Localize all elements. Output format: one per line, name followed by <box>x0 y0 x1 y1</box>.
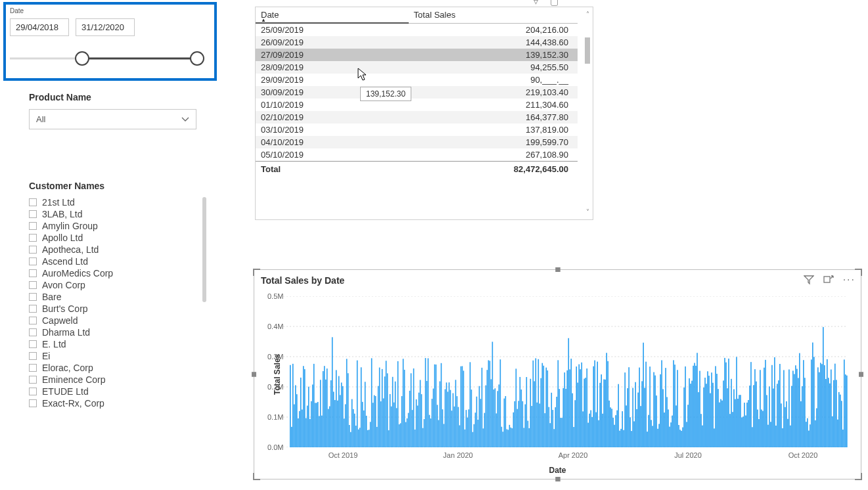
scroll-down-icon[interactable]: ˅ <box>583 208 591 217</box>
customer-item[interactable]: 21st Ltd <box>29 196 206 208</box>
checkbox[interactable] <box>29 328 37 336</box>
xtick-0: Oct 2019 <box>329 451 358 459</box>
table-row[interactable]: 29/09/201990,___.__ <box>256 74 578 86</box>
scroll-thumb[interactable] <box>585 37 590 64</box>
resize-handle-n[interactable] <box>555 267 560 272</box>
scroll-up-icon[interactable]: ˄ <box>583 10 591 19</box>
customer-item[interactable]: Bare <box>29 291 206 303</box>
customer-item[interactable]: E. Ltd <box>29 338 206 350</box>
customer-item[interactable]: Eminence Corp <box>29 374 206 386</box>
table-row[interactable]: 03/10/2019137,819.00 <box>256 123 578 136</box>
product-dropdown[interactable]: All <box>29 109 196 129</box>
focus-mode-icon[interactable]: ▢ <box>550 0 559 7</box>
checkbox[interactable] <box>29 257 37 265</box>
resize-corner-nw[interactable] <box>253 269 261 277</box>
svg-rect-317 <box>697 353 698 447</box>
svg-rect-431 <box>846 376 848 447</box>
checkbox[interactable] <box>29 399 37 407</box>
customer-item[interactable]: Ei <box>29 350 206 362</box>
table-row[interactable]: 01/10/2019211,304.60 <box>256 99 578 111</box>
customer-item[interactable]: Apollo Ltd <box>29 232 206 244</box>
slider-handle-start[interactable] <box>75 51 89 66</box>
svg-rect-124 <box>444 424 445 447</box>
customer-item-label: Ascend Ltd <box>42 256 88 267</box>
customer-item[interactable]: Dharma Ltd <box>29 326 206 338</box>
resize-handle-e[interactable] <box>859 372 863 377</box>
checkbox[interactable] <box>29 293 37 301</box>
svg-rect-13 <box>298 418 299 447</box>
chart-visual[interactable]: Total Sales by Date ··· Total Sales Date… <box>254 269 861 479</box>
focus-mode-icon[interactable] <box>823 275 834 285</box>
svg-rect-68 <box>370 422 371 447</box>
checkbox[interactable] <box>29 246 37 254</box>
more-options-icon[interactable]: ··· <box>843 274 856 286</box>
svg-rect-344 <box>732 412 733 447</box>
customer-item[interactable]: Capweld <box>29 315 206 326</box>
filter-icon[interactable]: ▿ <box>534 0 538 7</box>
table-col-date[interactable]: Date ▲ <box>256 7 409 23</box>
customer-list[interactable]: 21st Ltd3LAB, LtdAmylin GroupApollo LtdA… <box>29 196 206 409</box>
table-row[interactable]: 05/10/2019267,108.90 <box>256 148 578 162</box>
customer-item-label: AuroMedics Corp <box>42 268 113 278</box>
date-range-slider[interactable] <box>10 51 210 66</box>
svg-rect-264 <box>627 388 628 447</box>
checkbox[interactable] <box>29 269 37 277</box>
resize-corner-sw[interactable] <box>253 472 261 480</box>
svg-rect-85 <box>392 377 394 447</box>
checkbox[interactable] <box>29 340 37 348</box>
checkbox[interactable] <box>29 305 37 313</box>
checkbox[interactable] <box>29 198 37 206</box>
checkbox[interactable] <box>29 234 37 242</box>
customer-item[interactable]: Exact-Rx, Corp <box>29 397 206 409</box>
svg-rect-35 <box>327 368 328 447</box>
table-scrollbar[interactable]: ˄ ˅ <box>583 10 591 217</box>
svg-rect-185 <box>524 428 525 447</box>
customer-scrollbar[interactable] <box>202 197 206 302</box>
resize-handle-w[interactable] <box>252 372 256 377</box>
svg-rect-241 <box>597 362 598 447</box>
checkbox[interactable] <box>29 210 37 218</box>
customer-item-label: Burt's Corp <box>42 303 88 314</box>
resize-handle-s[interactable] <box>555 477 560 481</box>
svg-rect-193 <box>534 381 536 447</box>
table-visual[interactable]: Date ▲ Total Sales 25/09/2019204,216.002… <box>255 7 593 220</box>
date-end-input[interactable]: 31/12/2020 <box>76 18 135 36</box>
customer-item[interactable]: Burt's Corp <box>29 303 206 315</box>
svg-rect-407 <box>815 420 816 447</box>
table-row[interactable]: 04/10/2019199,599.70 <box>256 136 578 148</box>
customer-item[interactable]: Avon Corp <box>29 279 206 291</box>
customer-item[interactable]: 3LAB, Ltd <box>29 208 206 220</box>
checkbox[interactable] <box>29 281 37 289</box>
checkbox[interactable] <box>29 317 37 324</box>
customer-item[interactable]: Amylin Group <box>29 220 206 232</box>
svg-rect-397 <box>802 386 803 447</box>
checkbox[interactable] <box>29 352 37 360</box>
table-row[interactable]: 26/09/2019144,438.60 <box>256 36 578 49</box>
checkbox[interactable] <box>29 376 37 384</box>
table-row[interactable]: 30/09/2019219,103.40 <box>256 86 578 99</box>
table-row[interactable]: 25/09/2019204,216.00 <box>256 23 578 36</box>
customer-item[interactable]: Apotheca, Ltd <box>29 244 206 256</box>
customer-item[interactable]: AuroMedics Corp <box>29 267 206 279</box>
checkbox[interactable] <box>29 388 37 395</box>
svg-rect-393 <box>796 369 798 447</box>
customer-item[interactable]: Ascend Ltd <box>29 256 206 267</box>
table-col-sales[interactable]: Total Sales <box>409 7 578 23</box>
checkbox[interactable] <box>29 222 37 230</box>
svg-rect-330 <box>714 428 715 447</box>
resize-corner-se[interactable] <box>854 472 862 480</box>
date-start-input[interactable]: 29/04/2018 <box>10 18 69 36</box>
slider-handle-end[interactable] <box>190 51 204 66</box>
svg-rect-338 <box>724 358 725 447</box>
svg-rect-232 <box>585 378 586 447</box>
svg-rect-278 <box>645 362 647 447</box>
table-row[interactable]: 27/09/2019139,152.30 <box>256 49 578 61</box>
table-row[interactable]: 02/10/2019164,377.80 <box>256 111 578 123</box>
svg-rect-173 <box>508 430 509 447</box>
checkbox[interactable] <box>29 364 37 372</box>
filter-icon[interactable] <box>804 275 814 285</box>
svg-rect-383 <box>783 370 785 447</box>
customer-item[interactable]: Elorac, Corp <box>29 362 206 374</box>
table-row[interactable]: 28/09/201994,255.50 <box>256 61 578 74</box>
customer-item[interactable]: ETUDE Ltd <box>29 386 206 397</box>
